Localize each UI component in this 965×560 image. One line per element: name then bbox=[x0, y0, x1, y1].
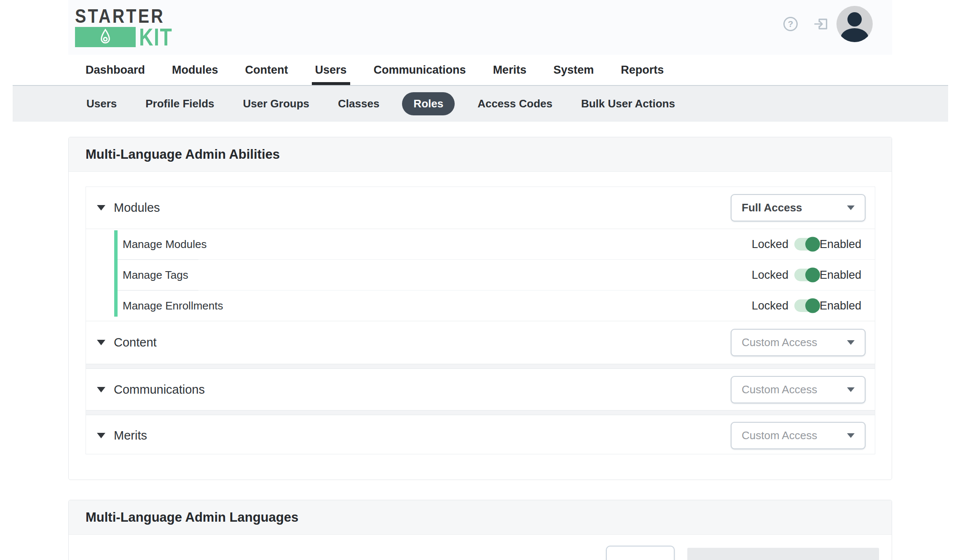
header-actions: ? bbox=[783, 6, 892, 42]
main-nav: Dashboard Modules Content Users Communic… bbox=[68, 55, 892, 85]
section-row-communications: Communications Custom Access bbox=[86, 369, 875, 410]
brand-logo[interactable]: STARTER KIT bbox=[75, 5, 182, 48]
select-value: Custom Access bbox=[742, 429, 817, 442]
clipped-white-button[interactable] bbox=[606, 546, 675, 560]
ability-label: Manage Modules bbox=[123, 238, 206, 251]
user-avatar[interactable] bbox=[836, 6, 873, 42]
toggle-group: Locked Enabled bbox=[752, 299, 861, 312]
section-separator bbox=[86, 364, 875, 369]
section-row-content: Content Custom Access bbox=[86, 321, 875, 364]
collapse-caret-icon[interactable] bbox=[97, 205, 105, 211]
ability-label: Manage Tags bbox=[123, 269, 188, 282]
subnav-profile-fields[interactable]: Profile Fields bbox=[145, 97, 214, 110]
nav-dashboard[interactable]: Dashboard bbox=[86, 55, 145, 85]
users-sub-nav: Users Profile Fields User Groups Classes… bbox=[13, 85, 948, 122]
subnav-user-groups[interactable]: User Groups bbox=[243, 97, 310, 110]
section-label-merits: Merits bbox=[114, 429, 147, 443]
collapse-caret-icon[interactable] bbox=[97, 433, 105, 438]
section-label-content: Content bbox=[114, 336, 157, 349]
toggle-knob bbox=[805, 237, 820, 252]
toggle-group: Locked Enabled bbox=[752, 269, 861, 282]
nav-modules[interactable]: Modules bbox=[172, 55, 218, 85]
logo-bottom-row: KIT bbox=[75, 27, 182, 48]
toggle-enabled-label: Enabled bbox=[820, 299, 861, 312]
nav-content[interactable]: Content bbox=[245, 55, 288, 85]
select-value: Custom Access bbox=[742, 336, 817, 349]
languages-card-title: Multi-Language Admin Languages bbox=[86, 510, 298, 525]
chevron-down-icon bbox=[847, 387, 855, 392]
logout-icon[interactable] bbox=[813, 16, 829, 32]
modules-access-select[interactable]: Full Access bbox=[731, 194, 866, 221]
clipped-gray-button[interactable] bbox=[687, 548, 879, 560]
modules-sub-abilities: Manage Modules Locked Enabled Manage Tag… bbox=[86, 229, 875, 321]
subnav-access-codes[interactable]: Access Codes bbox=[477, 97, 552, 110]
select-value: Full Access bbox=[742, 201, 802, 214]
collapse-caret-icon[interactable] bbox=[97, 387, 105, 392]
abilities-card-title: Multi-Language Admin Abilities bbox=[86, 147, 280, 162]
app-header: STARTER KIT ? bbox=[68, 0, 892, 55]
toggle-enabled-label: Enabled bbox=[820, 269, 861, 282]
subnav-classes[interactable]: Classes bbox=[338, 97, 379, 110]
avatar-head-silhouette bbox=[847, 12, 862, 27]
subnav-roles[interactable]: Roles bbox=[402, 92, 455, 115]
section-separator bbox=[86, 410, 875, 415]
ability-row-manage-modules: Manage Modules Locked Enabled bbox=[86, 229, 875, 259]
manage-modules-toggle[interactable] bbox=[794, 238, 820, 251]
languages-card-header: Multi-Language Admin Languages bbox=[69, 500, 892, 535]
select-value: Custom Access bbox=[742, 383, 817, 396]
collapse-caret-icon[interactable] bbox=[97, 340, 105, 345]
admin-languages-card: Multi-Language Admin Languages bbox=[68, 500, 892, 560]
abilities-table: Modules Full Access Manage Modules Locke… bbox=[86, 187, 875, 454]
subnav-bulk-user-actions[interactable]: Bulk User Actions bbox=[581, 97, 675, 110]
page: STARTER KIT ? bbox=[0, 0, 965, 560]
toggle-knob bbox=[805, 299, 820, 313]
nav-communications[interactable]: Communications bbox=[374, 55, 466, 85]
toggle-enabled-label: Enabled bbox=[820, 238, 861, 251]
ability-label: Manage Enrollments bbox=[123, 299, 223, 312]
nav-users[interactable]: Users bbox=[315, 55, 347, 85]
content-access-select[interactable]: Custom Access bbox=[731, 329, 866, 356]
abilities-card-header: Multi-Language Admin Abilities bbox=[69, 137, 892, 172]
logo-text-kit: KIT bbox=[139, 27, 173, 47]
ability-row-manage-enrollments: Manage Enrollments Locked Enabled bbox=[86, 291, 875, 321]
manage-tags-toggle[interactable] bbox=[794, 269, 820, 281]
toggle-knob bbox=[805, 268, 820, 283]
chevron-down-icon bbox=[847, 205, 855, 210]
section-label-communications: Communications bbox=[114, 383, 205, 397]
chevron-down-icon bbox=[847, 340, 855, 345]
help-icon[interactable]: ? bbox=[783, 17, 798, 31]
manage-enrollments-toggle[interactable] bbox=[794, 299, 820, 312]
merits-access-select[interactable]: Custom Access bbox=[731, 422, 866, 449]
section-label-modules: Modules bbox=[114, 201, 160, 215]
toggle-group: Locked Enabled bbox=[752, 238, 861, 251]
section-row-modules: Modules Full Access bbox=[86, 187, 875, 229]
avatar-shoulders-silhouette bbox=[841, 28, 868, 42]
section-row-merits: Merits Custom Access bbox=[86, 415, 875, 456]
droplet-icon bbox=[99, 29, 112, 45]
nav-reports[interactable]: Reports bbox=[621, 55, 664, 85]
logo-green-block bbox=[75, 27, 136, 47]
chevron-down-icon bbox=[847, 433, 855, 438]
toggle-locked-label: Locked bbox=[752, 238, 788, 251]
nav-merits[interactable]: Merits bbox=[493, 55, 527, 85]
toggle-locked-label: Locked bbox=[752, 269, 788, 282]
communications-access-select[interactable]: Custom Access bbox=[731, 376, 866, 403]
ability-row-manage-tags: Manage Tags Locked Enabled bbox=[86, 260, 875, 290]
subnav-users[interactable]: Users bbox=[86, 97, 117, 110]
admin-abilities-card: Multi-Language Admin Abilities Modules F… bbox=[68, 137, 892, 480]
nav-system[interactable]: System bbox=[553, 55, 594, 85]
toggle-locked-label: Locked bbox=[752, 299, 788, 312]
